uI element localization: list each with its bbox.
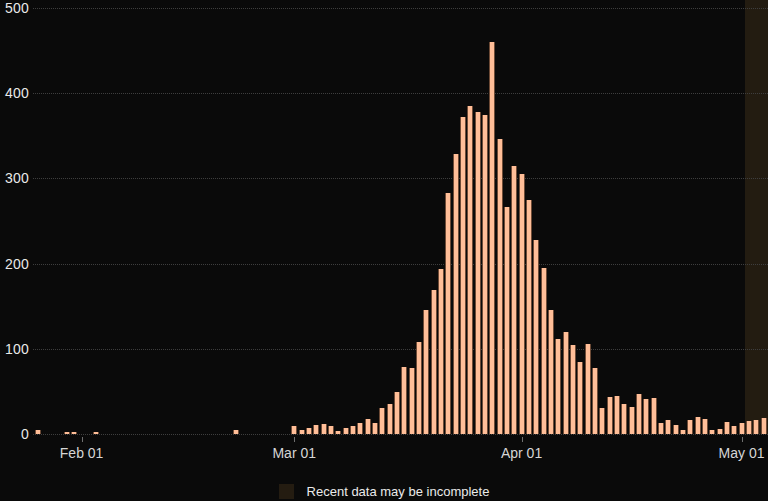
bar-apr-27 xyxy=(709,430,715,434)
bar-apr-20 xyxy=(658,423,664,434)
bar-may-02 xyxy=(746,421,752,434)
gridline-400 xyxy=(33,93,768,94)
bar-mar-30 xyxy=(504,207,510,434)
y-axis-label-0: 0 xyxy=(0,426,29,442)
bar-apr-09 xyxy=(577,362,583,434)
recent-data-band xyxy=(745,0,768,434)
bar-mar-13 xyxy=(379,408,385,434)
bar-apr-23 xyxy=(680,430,686,434)
bar-mar-26 xyxy=(475,112,481,434)
bar-mar-23 xyxy=(453,154,459,434)
bar-feb-22 xyxy=(233,430,239,434)
bar-apr-22 xyxy=(673,425,679,434)
bar-mar-11 xyxy=(365,419,371,434)
gridline-200 xyxy=(33,264,768,265)
bar-may-04 xyxy=(761,418,767,434)
bar-apr-08 xyxy=(570,345,576,434)
bar-apr-24 xyxy=(687,420,693,434)
bar-mar-09 xyxy=(350,426,356,434)
bar-mar-25 xyxy=(467,106,473,434)
bar-mar-05 xyxy=(321,424,327,434)
legend-label: Recent data may be incomplete xyxy=(307,484,490,499)
bar-mar-18 xyxy=(416,342,422,434)
bar-apr-13 xyxy=(607,397,613,434)
bar-apr-16 xyxy=(629,407,635,434)
bar-mar-07 xyxy=(335,431,341,434)
bar-mar-16 xyxy=(401,367,407,434)
bar-mar-04 xyxy=(313,425,319,434)
bar-mar-20 xyxy=(431,290,437,434)
gridline-500 xyxy=(33,8,768,9)
x-tick-apr-01 xyxy=(522,437,523,442)
bar-mar-14 xyxy=(387,404,393,434)
bar-apr-14 xyxy=(614,396,620,434)
bar-apr-11 xyxy=(592,368,598,434)
bar-apr-01 xyxy=(519,174,525,434)
y-axis-label-400: 400 xyxy=(0,85,29,101)
bar-mar-02 xyxy=(299,430,305,434)
bar-mar-08 xyxy=(343,428,349,434)
bar-apr-10 xyxy=(585,344,591,434)
bar-mar-17 xyxy=(409,368,415,434)
bar-mar-28 xyxy=(489,42,495,434)
bar-apr-21 xyxy=(665,420,671,434)
bar-mar-01 xyxy=(291,426,297,434)
x-tick-mar-01 xyxy=(294,437,295,442)
bar-apr-05 xyxy=(548,310,554,434)
bar-mar-15 xyxy=(394,392,400,434)
bar-apr-18 xyxy=(643,399,649,434)
bar-apr-19 xyxy=(651,398,657,434)
bar-apr-15 xyxy=(621,404,627,434)
y-axis-label-200: 200 xyxy=(0,256,29,272)
bar-apr-25 xyxy=(695,417,701,434)
recent-data-swatch-icon xyxy=(279,484,294,499)
bar-may-03 xyxy=(753,420,759,434)
y-axis-label-300: 300 xyxy=(0,170,29,186)
y-axis-label-100: 100 xyxy=(0,341,29,357)
daily-bar-chart: 0100200300400500 Feb 01Mar 01Apr 01May 0… xyxy=(0,0,768,501)
bar-may-01 xyxy=(739,423,745,434)
bar-jan-31 xyxy=(71,432,77,434)
x-axis-label-apr-01: Apr 01 xyxy=(501,445,542,461)
bar-apr-28 xyxy=(717,429,723,434)
bar-mar-06 xyxy=(328,426,334,434)
bar-mar-24 xyxy=(460,117,466,434)
bar-feb-03 xyxy=(93,432,99,434)
bar-apr-03 xyxy=(533,240,539,434)
bar-mar-21 xyxy=(438,269,444,434)
x-axis-label-mar-01: Mar 01 xyxy=(272,445,316,461)
x-axis-label-feb-01: Feb 01 xyxy=(60,445,104,461)
bar-mar-27 xyxy=(482,115,488,434)
bar-mar-19 xyxy=(423,310,429,434)
bar-jan-30 xyxy=(64,432,70,434)
bar-mar-03 xyxy=(306,428,312,434)
bar-apr-02 xyxy=(526,200,532,434)
x-axis-label-may-01: May 01 xyxy=(719,445,765,461)
bar-mar-22 xyxy=(445,193,451,434)
bar-apr-30 xyxy=(731,426,737,434)
bar-apr-26 xyxy=(702,419,708,434)
bar-mar-31 xyxy=(511,166,517,434)
gridline-300 xyxy=(33,178,768,179)
bar-mar-10 xyxy=(357,423,363,434)
gridline-0 xyxy=(33,434,768,435)
bar-apr-07 xyxy=(563,332,569,434)
bar-apr-29 xyxy=(724,422,730,434)
y-axis-label-500: 500 xyxy=(0,0,29,16)
bar-apr-06 xyxy=(555,339,561,434)
bar-apr-04 xyxy=(541,268,547,434)
x-tick-feb-01 xyxy=(82,437,83,442)
bar-jan-26 xyxy=(35,430,41,434)
bar-mar-29 xyxy=(497,139,503,434)
bar-apr-17 xyxy=(636,394,642,434)
legend: Recent data may be incomplete xyxy=(0,484,768,499)
x-tick-may-01 xyxy=(742,437,743,442)
bar-apr-12 xyxy=(599,408,605,434)
bar-mar-12 xyxy=(372,423,378,434)
gridline-100 xyxy=(33,349,768,350)
